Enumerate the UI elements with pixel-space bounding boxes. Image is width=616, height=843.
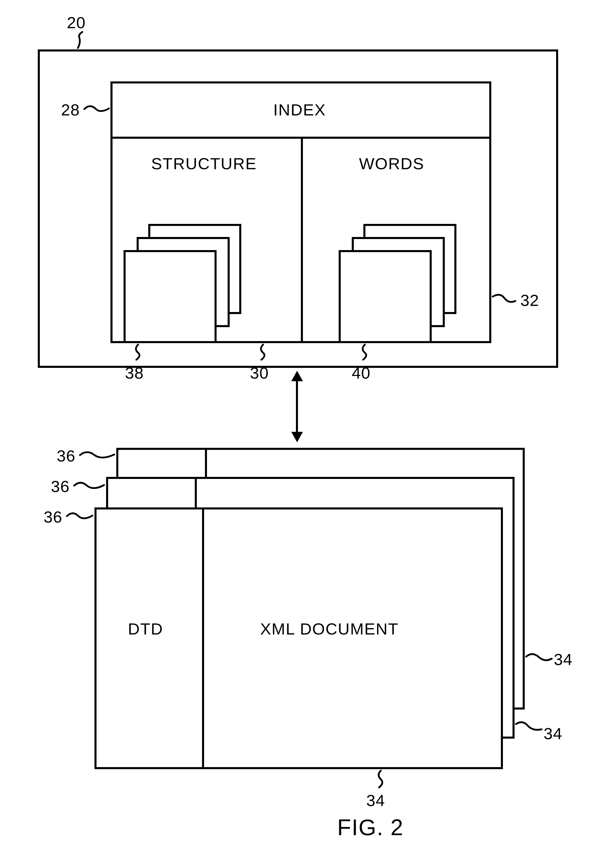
label-xml: XML DOCUMENT [260, 620, 399, 638]
dtd-div-3 [205, 448, 207, 480]
ref-36b: 36 [51, 477, 69, 496]
ref-40: 40 [352, 363, 370, 382]
lead-40 [359, 345, 371, 361]
ref-28: 28 [61, 100, 80, 119]
lead-32 [493, 294, 516, 308]
dtd-div-1 [202, 507, 204, 769]
ref-36a: 36 [57, 446, 75, 465]
figure-caption: FIG. 2 [337, 814, 404, 841]
label-structure: STRUCTURE [151, 154, 257, 173]
ref-36c: 36 [44, 507, 62, 526]
ref-34a: 34 [554, 650, 572, 669]
ref-32: 32 [521, 291, 539, 310]
lead-30 [257, 345, 269, 361]
label-index: INDEX [273, 100, 326, 119]
arrow-head-down [291, 432, 303, 442]
lead-34b [516, 721, 542, 736]
lead-36c [67, 510, 93, 522]
label-dtd: DTD [128, 620, 163, 638]
lead-36a [80, 449, 115, 461]
figure-canvas: 20 INDEX STRUCTURE WORDS 28 32 38 30 40 … [0, 0, 616, 843]
ref-20: 20 [67, 13, 85, 32]
dtd-div-2 [195, 477, 197, 509]
index-vertical-divider [301, 137, 303, 343]
structure-file-1 [123, 250, 217, 343]
words-file-1 [339, 250, 432, 343]
lead-28 [84, 103, 110, 115]
lead-34a [526, 651, 552, 664]
ref-38: 38 [125, 363, 144, 382]
label-words: WORDS [359, 154, 424, 173]
ref-30: 30 [250, 363, 268, 382]
ref-34b: 34 [544, 724, 562, 743]
xml-doc-1 [94, 507, 503, 769]
lead-38 [132, 345, 144, 361]
lead-36b [74, 480, 105, 491]
arrow-shaft [296, 379, 298, 433]
ref-34c: 34 [366, 791, 385, 810]
lead-34c [375, 771, 387, 788]
